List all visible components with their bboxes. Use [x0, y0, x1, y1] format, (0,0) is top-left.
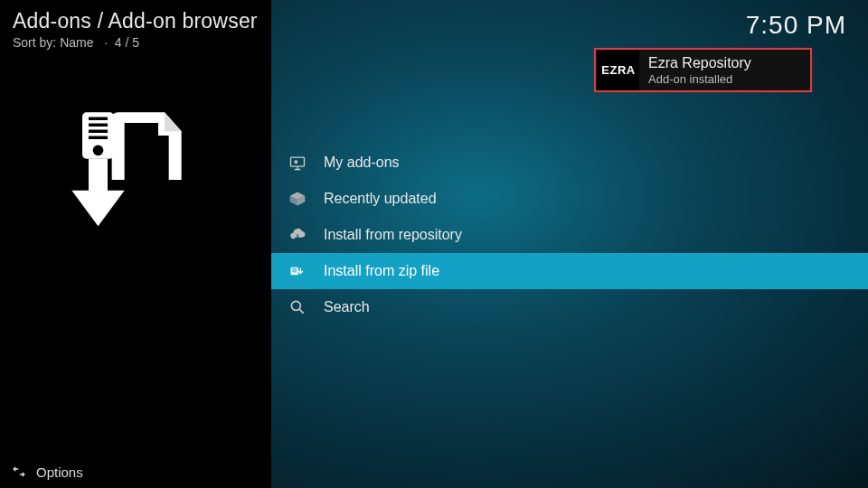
- options-label: Options: [36, 465, 83, 480]
- options-icon: [11, 464, 27, 480]
- toast-subtitle: Add-on installed: [648, 72, 751, 86]
- toast-body: Ezra Repository Add-on installed: [639, 54, 751, 86]
- menu-item-recently-updated[interactable]: Recently updated: [271, 181, 868, 217]
- footer-options[interactable]: Options: [0, 455, 83, 488]
- menu-item-label: Install from zip file: [324, 263, 439, 279]
- menu-item-label: Install from repository: [324, 227, 462, 243]
- search-icon: [288, 297, 307, 317]
- svg-point-6: [291, 301, 300, 310]
- zip-install-icon: [288, 261, 307, 281]
- box-open-icon: [288, 189, 307, 209]
- list-position: 4 / 5: [115, 35, 139, 50]
- menu-item-label: Recently updated: [324, 191, 437, 207]
- clock: 7:50 PM: [746, 11, 846, 40]
- sort-separator: ·: [97, 35, 114, 50]
- cloud-download-icon: [288, 225, 307, 245]
- sort-prefix: Sort by:: [13, 35, 60, 50]
- menu-list: My add-ons Recently updated Install from…: [271, 145, 868, 325]
- sidebar: Add-ons / Add-on browser Sort by: Name ·…: [0, 0, 271, 488]
- toast-thumbnail: EZRA: [598, 51, 639, 90]
- menu-item-install-zip[interactable]: Install from zip file: [271, 253, 868, 289]
- svg-point-1: [93, 145, 104, 156]
- breadcrumb: Add-ons / Add-on browser: [13, 9, 259, 33]
- toast-title: Ezra Repository: [648, 54, 751, 71]
- menu-item-install-repository[interactable]: Install from repository: [271, 217, 868, 253]
- sort-line: Sort by: Name · 4 / 5: [13, 35, 259, 50]
- menu-item-label: Search: [324, 299, 370, 315]
- menu-item-search[interactable]: Search: [271, 289, 868, 325]
- sort-value: Name: [60, 35, 93, 50]
- menu-item-label: My add-ons: [324, 155, 400, 171]
- header: Add-ons / Add-on browser Sort by: Name ·…: [0, 0, 271, 53]
- monitor-addon-icon: [288, 153, 307, 173]
- svg-rect-4: [295, 161, 297, 164]
- svg-rect-2: [89, 159, 108, 192]
- toast-notification[interactable]: EZRA Ezra Repository Add-on installed: [594, 48, 812, 92]
- menu-item-my-addons[interactable]: My add-ons: [271, 145, 868, 181]
- zip-download-icon: [63, 104, 190, 230]
